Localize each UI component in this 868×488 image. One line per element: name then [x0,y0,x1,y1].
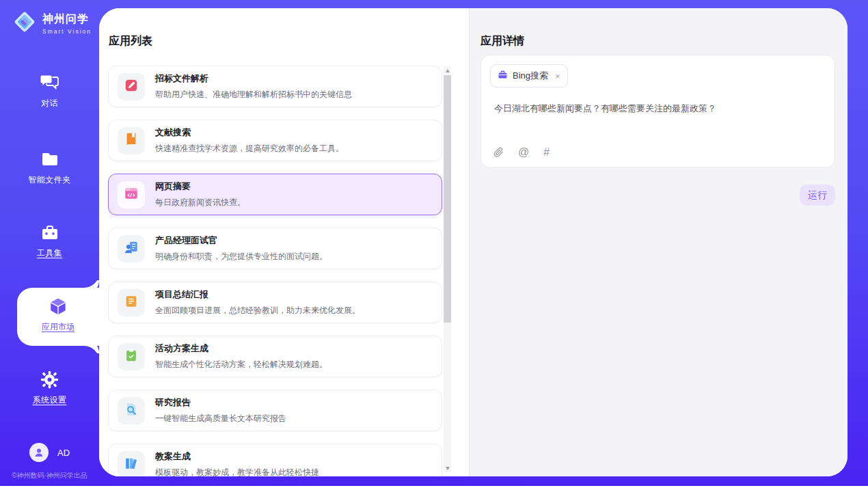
list-item-lesson-plan[interactable]: 教案生成 模板驱动，教案妙成，教学准备从此轻松快捷 [108,444,442,476]
scroll-up-icon[interactable] [444,66,451,74]
clipboard-check-icon [124,348,139,366]
input-toolbar: @ # [493,146,550,159]
bid-doc-icon [124,78,139,96]
app-title: 教案生成 [155,450,319,463]
avatar [29,443,49,462]
list-scrollbar[interactable] [444,66,451,472]
sidebar-item-smart-folder[interactable]: 智能文件夹 [0,149,99,186]
books-icon [124,456,139,474]
list-item-research-report[interactable]: 研究报告 一键智能生成高质量长文本研究报告 [108,390,442,431]
app-list-title: 应用列表 [109,34,152,49]
app-title: 文献搜索 [155,126,344,139]
run-button[interactable]: 运行 [800,185,835,206]
brand-name: 神州问学 [42,12,92,27]
app-desc: 快速精准查找学术资源，提高研究效率的必备工具。 [155,143,344,154]
folder-icon [0,149,99,170]
app-list-panel: 应用列表 招标文件解析 帮助用户快速、准确地理解和解析招标书中的关键信息 [99,8,469,476]
copyright-text: ©神州数码·神州问学出品 [0,471,99,480]
prompt-card: Bing搜索 × 今日湖北有哪些新闻要点？有哪些需要关注的最新政策？ @ # [480,55,835,168]
list-item-activity-plan[interactable]: 活动方案生成 智能生成个性化活动方案，轻松解决规划难题。 [108,336,442,377]
app-desc: 明确身份和职责，为您提供专业性的面试问题。 [155,251,327,262]
sidebar-item-label: 应用市场 [17,321,99,333]
app-desc: 一键智能生成高质量长文本研究报告 [155,413,286,424]
close-icon[interactable]: × [555,71,560,81]
user-account[interactable]: AD [0,443,99,462]
hash-icon[interactable]: # [543,146,550,159]
app-desc: 每日政府新闻资讯快查。 [155,197,245,208]
app-title: 网页摘要 [155,180,245,193]
list-item-bid-doc[interactable]: 招标文件解析 帮助用户快速、准确地理解和解析招标书中的关键信息 [108,66,442,107]
app-title: 研究报告 [155,396,286,409]
book-icon [124,132,139,150]
app-frame: 神州问学 Smart Vision 对话 智能文件夹 [0,0,868,486]
app-title: 项目总结汇报 [155,288,360,301]
app-desc: 智能生成个性化活动方案，轻松解决规划难题。 [155,359,327,370]
list-item-project-summary[interactable]: 项目总结汇报 全面回顾项目进展，总结经验教训，助力未来优化发展。 [108,282,442,323]
chat-icon [0,72,99,93]
app-title: 产品经理面试官 [155,234,327,247]
sidebar-item-settings[interactable]: 系统设置 [0,369,99,406]
list-item-web-summary[interactable]: 网页摘要 每日政府新闻资讯快查。 [108,174,442,215]
sidebar-item-label: 工具集 [0,247,99,259]
brand-subtitle: Smart Vision [42,28,92,35]
list-item-pm-interviewer[interactable]: 产品经理面试官 明确身份和职责，为您提供专业性的面试问题。 [108,228,442,269]
summary-note-icon [124,294,139,312]
sidebar-item-label: 对话 [0,98,99,109]
app-desc: 模板驱动，教案妙成，教学准备从此轻松快捷 [155,467,319,476]
at-icon[interactable]: @ [518,146,529,159]
sidebar-item-toolset[interactable]: 工具集 [0,222,99,259]
sidebar-item-label: 智能文件夹 [0,174,99,186]
app-desc: 帮助用户快速、准确地理解和解析招标书中的关键信息 [155,89,352,100]
content-shell: 应用列表 招标文件解析 帮助用户快速、准确地理解和解析招标书中的关键信息 [99,8,847,476]
paperclip-icon[interactable] [493,147,504,158]
query-text-input[interactable]: 今日湖北有哪些新闻要点？有哪些需要关注的最新政策？ [494,102,822,116]
research-report-icon [124,402,139,420]
sidebar: 神州问学 Smart Vision 对话 智能文件夹 [0,0,99,486]
app-title: 招标文件解析 [155,72,352,85]
sidebar-item-chat[interactable]: 对话 [0,72,99,109]
webpage-icon [124,186,139,204]
list-item-literature-search[interactable]: 文献搜索 快速精准查找学术资源，提高研究效率的必备工具。 [108,120,442,161]
bing-search-tag[interactable]: Bing搜索 × [490,64,568,87]
cube-icon [17,288,99,317]
app-title: 活动方案生成 [155,342,327,355]
user-initials: AD [57,448,70,458]
sidebar-item-label: 系统设置 [0,394,99,406]
briefcase-icon [498,70,508,83]
app-detail-title: 应用详情 [480,34,524,49]
toolbox-icon [0,222,99,243]
scroll-down-icon[interactable] [444,464,451,472]
tag-label: Bing搜索 [513,70,548,82]
sidebar-item-app-market[interactable]: 应用市场 [17,288,99,346]
interviewer-icon [124,240,139,258]
app-desc: 全面回顾项目进展，总结经验教训，助力未来优化发展。 [155,305,360,316]
scrollbar-thumb[interactable] [444,75,451,323]
app-detail-panel: 应用详情 Bing搜索 × 今日湖北有哪些新闻要点？有哪些需要关注的最新政策？ [469,8,847,476]
app-list: 招标文件解析 帮助用户快速、准确地理解和解析招标书中的关键信息 文献搜索 快速精… [108,66,442,476]
gear-icon [0,369,99,390]
brand-logo: 神州问学 Smart Vision [12,9,92,38]
diamond-logo-icon [12,9,38,38]
